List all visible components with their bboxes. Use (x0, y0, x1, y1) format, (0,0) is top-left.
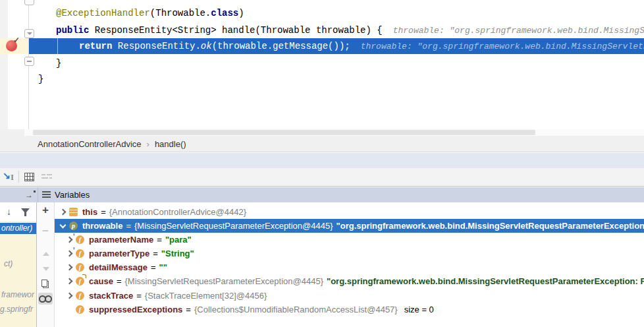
field-icon (76, 263, 84, 272)
variable-row-parameterName[interactable]: ❜ parameterName="para" (55, 233, 644, 247)
frames-panel: ↓ ontroller) ct) framewor g.springfr (0, 202, 36, 327)
panel-title: Variables (55, 190, 90, 200)
add-watch-icon[interactable]: + (37, 204, 54, 217)
variable-row-parameterType[interactable]: ❜ parameterType="String" (55, 247, 644, 260)
frame-row[interactable]: framewor (0, 289, 36, 301)
code-editor[interactable]: @ExceptionHandler(Throwable.class) publi… (0, 0, 644, 129)
code-line-method-signature[interactable]: public ResponseEntity<String> handle(Thr… (56, 22, 644, 38)
show-watches-icon[interactable] (38, 293, 53, 305)
chevron-right-icon[interactable] (67, 237, 72, 243)
breakpoint-icon[interactable] (6, 40, 17, 51)
variable-row-stackTrace[interactable]: stackTrace={StackTraceElement[32]@4456} (55, 289, 644, 303)
debug-toolbar: ↘I (0, 168, 644, 187)
parameter-icon (69, 222, 78, 230)
horizontal-scrollbar-thumb[interactable] (33, 130, 535, 135)
remove-watch-icon[interactable]: − (37, 225, 54, 238)
watches-toolbar: + − (37, 202, 54, 327)
step-down-icon[interactable]: ↓ (7, 206, 11, 217)
move-up-icon[interactable] (43, 252, 49, 256)
field-icon (76, 291, 84, 300)
layout-settings-icon[interactable] (41, 173, 52, 180)
pin-tab-icon[interactable]: → (25, 191, 36, 199)
code-line-return-statement[interactable]: return ResponseEntity.ok(throwable.getMe… (79, 38, 644, 54)
fold-marker-icon[interactable] (24, 0, 34, 5)
table-view-icon[interactable] (24, 173, 34, 181)
move-down-icon[interactable] (43, 267, 49, 271)
breadcrumb-class[interactable]: AnnotationControllerAdvice (38, 139, 142, 149)
fold-marker-icon[interactable] (24, 57, 34, 66)
horizontal-scrollbar[interactable] (0, 129, 644, 136)
debugger-window: @ExceptionHandler(Throwable.class) publi… (0, 0, 644, 327)
editor-left-strip (0, 0, 8, 129)
variable-row-throwable-selected[interactable]: throwable={MissingServletRequestParamete… (55, 219, 644, 233)
field-icon (76, 305, 84, 314)
variables-tree: this={AnnotationControllerAdvice@4442} t… (55, 202, 644, 327)
scrollbar-corner (0, 129, 24, 136)
frame-row-selected[interactable]: ontroller) (0, 223, 36, 234)
evaluate-expression-icon[interactable]: ↘I (3, 171, 17, 182)
variable-row-detailMessage[interactable]: detailMessage="" (55, 260, 644, 274)
panel-menu-icon[interactable] (42, 191, 51, 198)
chevron-right-icon[interactable] (60, 209, 66, 215)
toolbar-separator (18, 171, 19, 183)
code-line-close-brace[interactable]: } (56, 55, 61, 71)
field-icon: ❜ (76, 249, 84, 258)
header-divider (38, 187, 38, 203)
fold-marker-icon[interactable] (24, 29, 34, 38)
debug-window-header-band (0, 153, 644, 168)
chevron-right-icon[interactable] (67, 251, 72, 256)
breadcrumb: AnnotationControllerAdvice › handle() (0, 136, 644, 152)
field-icon: ❜ (76, 235, 84, 244)
breadcrumb-method[interactable]: handle() (155, 139, 186, 149)
object-icon (69, 208, 78, 216)
chevron-right-icon[interactable] (67, 293, 72, 299)
indent-guide (57, 38, 58, 54)
debugger-main-area: ↓ ontroller) ct) framewor g.springfr + − (0, 202, 644, 327)
variable-row-cause[interactable]: cause={MissingServletRequestParameterExc… (55, 274, 644, 288)
variable-row-suppressedExceptions[interactable]: suppressedExceptions={Collections$Unmodi… (55, 303, 644, 316)
breadcrumb-separator-icon: › (147, 139, 149, 149)
chevron-right-icon[interactable] (67, 278, 72, 284)
chevron-right-icon[interactable] (67, 264, 72, 270)
duplicate-icon[interactable] (41, 280, 49, 288)
frame-row[interactable]: g.springfr (0, 304, 36, 315)
chevron-down-icon[interactable] (60, 223, 66, 229)
field-icon (76, 277, 84, 285)
filter-icon[interactable] (21, 208, 30, 216)
code-line-annotation[interactable]: @ExceptionHandler(Throwable.class) (56, 5, 244, 21)
frame-row[interactable]: ct) (0, 258, 36, 270)
code-line-close-brace[interactable]: } (38, 71, 43, 87)
variable-row-this[interactable]: this={AnnotationControllerAdvice@4442} (55, 205, 644, 219)
debugger-inline-hint: throwable: "org.springframework.web.bind… (361, 42, 644, 51)
debugger-inline-hint: throwable: "org.springframework.web.bind… (393, 26, 644, 36)
variables-panel-header: → Variables (0, 187, 644, 203)
